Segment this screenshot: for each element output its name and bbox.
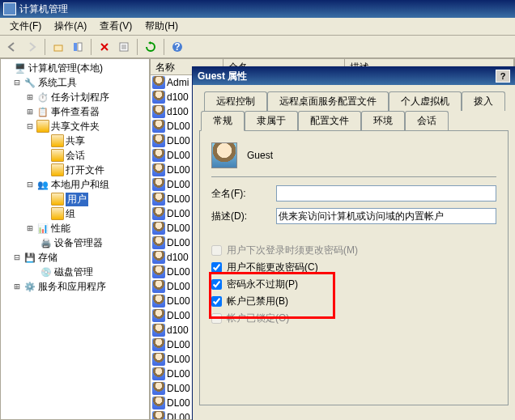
svg-rect-2 xyxy=(78,43,82,51)
user-icon xyxy=(152,193,165,206)
list-item-name: DL00 xyxy=(167,354,190,365)
user-icon xyxy=(152,149,165,162)
list-item-name: DL00 xyxy=(167,223,190,234)
list-item-name: Admi xyxy=(167,77,189,88)
svg-rect-0 xyxy=(54,45,62,51)
tree-users[interactable]: 用户 xyxy=(2,192,147,206)
properties-dialog: Guest 属性 ? 远程控制 远程桌面服务配置文件 个人虚拟机 拨入 常规 隶… xyxy=(192,66,515,420)
user-icon xyxy=(152,309,165,322)
back-button[interactable] xyxy=(3,38,21,56)
list-item-name: d100 xyxy=(167,325,189,336)
app-icon xyxy=(3,2,16,15)
tree-root[interactable]: 🖥️计算机管理(本地) xyxy=(2,61,147,75)
user-icon xyxy=(152,178,165,191)
tree-performance[interactable]: ⊞📊性能 xyxy=(2,221,147,235)
list-item-name: DL00 xyxy=(167,368,190,380)
svg-rect-1 xyxy=(74,43,77,51)
tree-disk-management[interactable]: 💿磁盘管理 xyxy=(2,265,147,279)
chk-never-expire-row[interactable]: 密码永不过期(P) xyxy=(211,278,496,291)
user-icon xyxy=(152,411,165,420)
user-icon xyxy=(152,265,165,278)
list-item-name: DL00 xyxy=(167,135,190,146)
tab-profile[interactable]: 配置文件 xyxy=(298,111,361,130)
list-item-name: DL00 xyxy=(167,281,190,292)
user-icon xyxy=(152,222,165,235)
tab-environment[interactable]: 环境 xyxy=(361,111,405,130)
chk-locked-row: 帐户已锁定(O) xyxy=(211,312,496,325)
tree-shares[interactable]: 共享 xyxy=(2,134,147,148)
menu-file[interactable]: 文件(F) xyxy=(3,18,48,35)
tree-device-manager[interactable]: 🖨️设备管理器 xyxy=(2,235,147,250)
chk-disabled[interactable] xyxy=(211,296,222,307)
tree-view[interactable]: 🖥️计算机管理(本地) ⊟🔧系统工具 ⊞⏱️任务计划程序 ⊞📋事件查看器 ⊟共享… xyxy=(0,58,150,420)
user-icon xyxy=(152,76,165,89)
tab-member-of[interactable]: 隶属于 xyxy=(245,111,298,130)
username-label: Guest xyxy=(247,150,273,161)
tab-personal-vm[interactable]: 个人虚拟机 xyxy=(389,91,462,111)
tree-sessions[interactable]: 会话 xyxy=(2,148,147,163)
list-item-name: DL00 xyxy=(167,150,190,161)
fullname-input[interactable] xyxy=(276,185,496,202)
menu-view[interactable]: 查看(V) xyxy=(93,18,138,35)
show-hide-button[interactable] xyxy=(69,38,87,56)
window-title: 计算机管理 xyxy=(19,2,68,16)
list-item-name: DL00 xyxy=(167,383,190,394)
tree-groups[interactable]: 组 xyxy=(2,206,147,221)
properties-button[interactable] xyxy=(115,38,133,56)
user-icon xyxy=(152,353,165,366)
chk-disabled-row[interactable]: 帐户已禁用(B) xyxy=(211,295,496,308)
chk-never-expire[interactable] xyxy=(211,279,222,290)
tree-open-files[interactable]: 打开文件 xyxy=(2,163,147,177)
user-icon xyxy=(152,397,165,409)
tree-storage[interactable]: ⊟💾存储 xyxy=(2,250,147,265)
tab-sessions[interactable]: 会话 xyxy=(405,111,449,130)
list-item-name: DL00 xyxy=(167,266,190,278)
chk-locked xyxy=(211,313,222,324)
tab-remote-control[interactable]: 远程控制 xyxy=(204,91,267,111)
user-icon xyxy=(152,367,165,380)
chk-cannot-change-row[interactable]: 用户不能更改密码(C) xyxy=(211,261,496,274)
tab-dialin[interactable]: 拨入 xyxy=(462,91,505,111)
user-icon xyxy=(152,280,165,293)
user-icon xyxy=(152,134,165,147)
toolbar: ? xyxy=(0,36,515,58)
dialog-title: Guest 属性 xyxy=(198,70,247,83)
tree-task-scheduler[interactable]: ⊞⏱️任务计划程序 xyxy=(2,90,147,104)
user-icon xyxy=(152,382,165,395)
tree-event-viewer[interactable]: ⊞📋事件查看器 xyxy=(2,104,147,119)
user-icon xyxy=(152,163,165,176)
dialog-help-button[interactable]: ? xyxy=(496,70,510,83)
tree-system-tools[interactable]: ⊟🔧系统工具 xyxy=(2,75,147,90)
user-icon xyxy=(152,338,165,351)
tree-local-users-groups[interactable]: ⊟👥本地用户和组 xyxy=(2,177,147,192)
user-icon xyxy=(152,324,165,337)
list-item-name: DL00 xyxy=(167,121,190,132)
help-button[interactable]: ? xyxy=(168,38,186,56)
list-item-name: DL00 xyxy=(167,310,190,321)
up-button[interactable] xyxy=(49,38,67,56)
list-item-name: DL00 xyxy=(167,397,190,409)
forward-button[interactable] xyxy=(23,38,40,56)
user-icon xyxy=(152,120,165,133)
tab-rds-profile[interactable]: 远程桌面服务配置文件 xyxy=(267,91,389,111)
tree-services-apps[interactable]: ⊞⚙️服务和应用程序 xyxy=(2,279,147,294)
desc-input[interactable] xyxy=(276,208,496,224)
list-item-name: DL00 xyxy=(167,339,190,350)
tab-general[interactable]: 常规 xyxy=(201,111,245,131)
delete-button[interactable] xyxy=(96,38,113,56)
list-item-name: DL00 xyxy=(167,237,190,248)
list-item-name: d100 xyxy=(167,106,189,117)
chk-cannot-change[interactable] xyxy=(211,262,222,273)
user-icon xyxy=(152,236,165,249)
dialog-titlebar[interactable]: Guest 属性 ? xyxy=(193,67,515,85)
tree-shared-folders[interactable]: ⊟共享文件夹 xyxy=(2,119,147,134)
desc-label: 描述(D): xyxy=(211,210,276,223)
user-icon xyxy=(211,142,237,168)
refresh-button[interactable] xyxy=(142,38,160,56)
menu-help[interactable]: 帮助(H) xyxy=(138,18,185,35)
menu-action[interactable]: 操作(A) xyxy=(48,18,93,35)
user-icon xyxy=(152,91,165,104)
chk-must-change xyxy=(211,245,222,256)
svg-text:?: ? xyxy=(174,41,180,53)
list-item-name: d100 xyxy=(167,252,189,263)
